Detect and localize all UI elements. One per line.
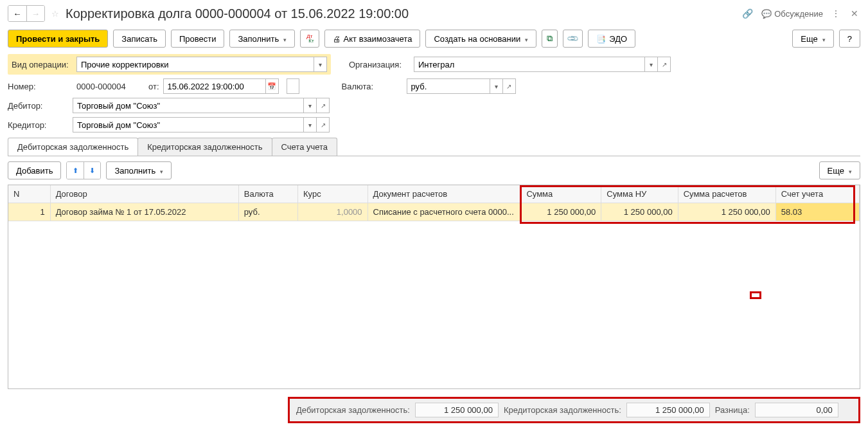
link-icon[interactable] bbox=[740, 6, 755, 21]
discussion-button[interactable]: Обсуждение bbox=[761, 9, 823, 19]
main-toolbar: Провести и закрыть Записать Провести Зап… bbox=[0, 27, 868, 54]
tab-toolbar: Добавить Заполнить Еще bbox=[8, 156, 860, 185]
col-sum-calc[interactable]: Сумма расчетов bbox=[678, 185, 775, 203]
tab-creditor-debt[interactable]: Кредиторская задолженность bbox=[137, 138, 272, 156]
currency-input[interactable] bbox=[407, 78, 490, 94]
toolbar-more-button[interactable]: Еще bbox=[792, 30, 833, 48]
creditor-dropdown-icon[interactable]: ▾ bbox=[304, 117, 317, 132]
op-type-input[interactable] bbox=[76, 57, 314, 72]
tab-debtor-debt[interactable]: Дебиторская задолженность bbox=[8, 138, 138, 156]
cell-account[interactable]: 58.03 bbox=[775, 203, 859, 221]
op-type-label: Вид операции: bbox=[12, 60, 73, 69]
chat-icon bbox=[761, 9, 772, 19]
creditor-input[interactable] bbox=[73, 117, 304, 132]
move-up-button[interactable] bbox=[67, 162, 84, 179]
nav-forward-button[interactable]: → bbox=[26, 6, 44, 21]
from-label: от: bbox=[148, 82, 159, 91]
date-extra-button[interactable] bbox=[287, 78, 299, 94]
cell-n[interactable]: 1 bbox=[8, 203, 50, 221]
col-sum[interactable]: Сумма bbox=[521, 185, 601, 203]
cell-doc[interactable]: Списание с расчетного счета 0000... bbox=[368, 203, 521, 221]
nav-back-button[interactable]: ← bbox=[8, 6, 26, 21]
col-account[interactable]: Счет учета bbox=[775, 185, 859, 203]
add-row-button[interactable]: Добавить bbox=[8, 161, 61, 179]
op-type-dropdown-icon[interactable]: ▾ bbox=[314, 57, 327, 72]
create-based-button[interactable]: Создать на основании bbox=[425, 30, 536, 48]
cell-currency[interactable]: руб. bbox=[238, 203, 297, 221]
form-area: Вид операции: ▾ Организация: ▾ Номер: 00… bbox=[0, 54, 868, 389]
attachment-button[interactable] bbox=[563, 30, 583, 48]
table-row[interactable]: 1 Договор займа № 1 от 17.05.2022 руб. 1… bbox=[8, 203, 860, 221]
header-bar: ← → ☆ Корректировка долга 0000-000004 от… bbox=[0, 0, 868, 27]
debtor-open-icon[interactable] bbox=[317, 98, 330, 113]
col-sum-nu[interactable]: Сумма НУ bbox=[601, 185, 678, 203]
move-row-buttons bbox=[66, 161, 101, 179]
org-dropdown-icon[interactable]: ▾ bbox=[645, 57, 658, 72]
debtor-label: Дебитор: bbox=[8, 101, 69, 111]
copy-structure-button[interactable] bbox=[542, 30, 558, 48]
currency-label: Валюта: bbox=[342, 82, 403, 91]
fill-button[interactable]: Заполнить bbox=[229, 30, 295, 48]
grid-header-row: N Договор Валюта Курс Документ расчетов … bbox=[8, 185, 860, 203]
dtkt-button[interactable]: ДтКт bbox=[300, 30, 319, 48]
cell-sum-nu[interactable]: 1 250 000,00 bbox=[601, 203, 678, 221]
post-and-close-button[interactable]: Провести и закрыть bbox=[8, 30, 108, 48]
col-doc[interactable]: Документ расчетов bbox=[368, 185, 521, 203]
tab-accounts[interactable]: Счета учета bbox=[272, 138, 338, 156]
total-diff-label: Разница: bbox=[715, 405, 750, 415]
op-type-group: Вид операции: ▾ bbox=[8, 54, 331, 75]
org-input[interactable] bbox=[414, 57, 645, 72]
print-icon bbox=[333, 34, 341, 44]
post-button[interactable]: Провести bbox=[171, 30, 225, 48]
help-button[interactable]: ? bbox=[839, 30, 860, 48]
number-value: 0000-000004 bbox=[73, 80, 145, 93]
discussion-label: Обсуждение bbox=[774, 9, 823, 19]
cell-sum[interactable]: 1 250 000,00 bbox=[521, 203, 601, 221]
edo-button[interactable]: ЭДО bbox=[588, 30, 635, 48]
total-cred-label: Кредиторская задолженность: bbox=[504, 405, 621, 415]
act-button[interactable]: Акт взаимозачета bbox=[324, 30, 421, 48]
currency-dropdown-icon[interactable]: ▾ bbox=[490, 78, 503, 94]
move-down-button[interactable] bbox=[84, 162, 100, 179]
nav-buttons: ← → bbox=[8, 5, 45, 22]
col-contract[interactable]: Договор bbox=[50, 185, 238, 203]
org-open-icon[interactable] bbox=[658, 57, 671, 72]
grid-empty-space bbox=[8, 221, 860, 388]
dtkt-icon: ДтКт bbox=[305, 34, 314, 43]
more-menu-icon[interactable] bbox=[829, 6, 842, 21]
edo-icon bbox=[596, 34, 606, 44]
tab-fill-button[interactable]: Заполнить bbox=[106, 161, 172, 179]
grid-wrap: N Договор Валюта Курс Документ расчетов … bbox=[8, 185, 860, 389]
date-input[interactable] bbox=[163, 78, 266, 94]
cell-rate[interactable]: 1,0000 bbox=[298, 203, 368, 221]
col-n[interactable]: N bbox=[8, 185, 50, 203]
totals-bar: Дебиторская задолженность: 1 250 000,00 … bbox=[288, 397, 860, 423]
col-currency[interactable]: Валюта bbox=[238, 185, 297, 203]
creditor-label: Кредитор: bbox=[8, 120, 69, 130]
number-label: Номер: bbox=[8, 82, 69, 91]
total-deb-value: 1 250 000,00 bbox=[415, 403, 499, 417]
creditor-open-icon[interactable] bbox=[317, 117, 330, 132]
calendar-icon[interactable] bbox=[266, 78, 279, 94]
close-window-icon[interactable] bbox=[849, 6, 860, 21]
debtor-dropdown-icon[interactable]: ▾ bbox=[304, 98, 317, 113]
col-rate[interactable]: Курс bbox=[298, 185, 368, 203]
page-title: Корректировка долга 0000-000004 от 15.06… bbox=[66, 6, 736, 21]
total-deb-label: Дебиторская задолженность: bbox=[296, 405, 410, 415]
tab-more-button[interactable]: Еще bbox=[819, 161, 860, 179]
debtor-input[interactable] bbox=[73, 98, 304, 113]
currency-open-icon[interactable] bbox=[503, 78, 516, 94]
total-diff-value: 0,00 bbox=[755, 403, 838, 417]
org-label: Организация: bbox=[349, 60, 410, 69]
tab-bar: Дебиторская задолженность Кредиторская з… bbox=[8, 138, 860, 156]
cell-contract[interactable]: Договор займа № 1 от 17.05.2022 bbox=[50, 203, 238, 221]
write-button[interactable]: Записать bbox=[113, 30, 166, 48]
header-actions: Обсуждение bbox=[740, 6, 860, 21]
favorite-star-icon[interactable]: ☆ bbox=[51, 9, 59, 19]
total-cred-value: 1 250 000,00 bbox=[626, 403, 710, 417]
data-grid[interactable]: N Договор Валюта Курс Документ расчетов … bbox=[8, 185, 860, 221]
cell-sum-calc[interactable]: 1 250 000,00 bbox=[678, 203, 775, 221]
